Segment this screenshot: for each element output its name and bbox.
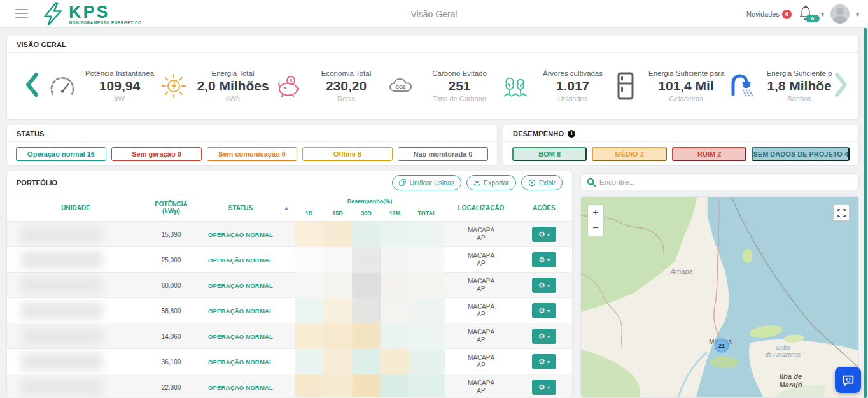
col-12m[interactable]: 12M xyxy=(381,208,409,218)
exibir-button[interactable]: Exibir xyxy=(521,175,563,190)
map-zoom-in-button[interactable]: + xyxy=(587,204,604,220)
row-actions-button[interactable]: ⚙▾ xyxy=(532,380,556,395)
button-label: Exibir xyxy=(539,179,556,187)
search-icon xyxy=(587,178,596,187)
col-total[interactable]: TOTAL xyxy=(409,208,445,218)
kpi-energia-geladeiras: Energia Suficiente para 101,4 Mil Gelade… xyxy=(610,53,724,119)
row-actions-button[interactable]: ⚙▾ xyxy=(532,252,556,267)
filter-sem-dados[interactable]: SEM DADOS DE PROJETO 4 xyxy=(752,147,850,161)
search-input[interactable] xyxy=(599,178,853,186)
col-30d[interactable]: 30D xyxy=(352,208,381,218)
map-card: Amapá Macapá Delta do Amazonas Ilha de M… xyxy=(580,196,859,398)
portfolio-card: PORTFÓLIO Unificar Usinas Exportar xyxy=(6,171,573,397)
kpi-carbono-evitado: CO2 Carbono Evitado 251 Tons de Carbono xyxy=(384,53,497,119)
filter-nao-monitorada[interactable]: Não monitorada 0 xyxy=(398,147,488,161)
notifications-chevron-down-icon[interactable]: ▾ xyxy=(821,11,824,18)
notifications-button[interactable]: 0 xyxy=(798,5,815,23)
status-card: STATUS Operação normal 16 Sem geração 0 … xyxy=(6,125,498,166)
map-canvas[interactable]: Amapá Macapá Delta do Amazonas Ilha de M… xyxy=(581,197,858,397)
filter-medio[interactable]: MÉDIO 2 xyxy=(592,147,666,161)
table-row[interactable]: 36,100 OPERAÇÃO NORMAL MACAPÁAP ⚙▾ xyxy=(7,349,572,374)
perf-cell-30d xyxy=(352,374,381,397)
status-value: OPERAÇÃO NORMAL xyxy=(203,282,278,289)
gear-icon: ⚙ xyxy=(538,306,545,315)
sort-arrow-icon[interactable]: ▲ xyxy=(278,197,295,218)
kpi-energia-banhos: Energia Suficiente p 1,8 Milhõe Banhos xyxy=(724,53,836,119)
shower-icon xyxy=(727,73,757,99)
table-row[interactable]: 58,800 OPERAÇÃO NORMAL MACAPÁAP ⚙▾ xyxy=(7,298,572,323)
table-row[interactable]: 14,060 OPERAÇÃO NORMAL MACAPÁAP ⚙▾ xyxy=(7,323,572,349)
potencia-value: 15,390 xyxy=(139,231,203,238)
col-localizacao[interactable]: LOCALIZAÇÃO xyxy=(445,197,517,218)
chevron-down-icon: ▾ xyxy=(547,334,550,339)
carousel-prev-button[interactable] xyxy=(24,71,43,100)
kpi-value: 251 xyxy=(425,78,494,94)
chat-widget-button[interactable] xyxy=(835,367,861,393)
kpi-unit: Tons de Carbono xyxy=(425,95,494,103)
filter-bom[interactable]: BOM 8 xyxy=(512,147,587,161)
kpi-label: Energia Suficiente para xyxy=(648,69,724,77)
map-fullscreen-button[interactable] xyxy=(833,204,850,221)
kpi-unit: kWh xyxy=(197,95,269,103)
perf-cell-15d xyxy=(323,349,352,374)
perf-cell-12m xyxy=(381,349,409,374)
table-row[interactable]: 22,800 OPERAÇÃO NORMAL MACAPÁAP ⚙▾ xyxy=(7,374,572,397)
novidades-button[interactable]: Novidades 6 xyxy=(746,10,792,19)
carousel-next-button[interactable] xyxy=(833,71,852,100)
table-row[interactable]: 25,000 OPERAÇÃO NORMAL MACAPÁAP ⚙▾ xyxy=(7,247,572,273)
row-actions-button[interactable]: ⚙▾ xyxy=(532,227,556,242)
filter-sem-geracao[interactable]: Sem geração 0 xyxy=(111,147,202,161)
user-avatar[interactable] xyxy=(830,4,850,24)
unify-icon xyxy=(399,179,406,186)
col-status[interactable]: STATUS xyxy=(203,197,278,218)
exportar-button[interactable]: Exportar xyxy=(466,175,516,190)
map-cluster-marker[interactable]: 21 xyxy=(713,336,731,354)
col-unidade[interactable]: UNIDADE xyxy=(12,197,139,218)
notifications-count-badge: 0 xyxy=(806,15,820,22)
table-row[interactable]: 60,000 OPERAÇÃO NORMAL MACAPÁAP ⚙▾ xyxy=(7,273,572,298)
col-potencia[interactable]: POTÊNCIA (kWp) xyxy=(139,197,203,218)
info-icon[interactable]: i xyxy=(568,130,575,138)
row-actions-button[interactable]: ⚙▾ xyxy=(532,303,556,318)
perf-cell-12m xyxy=(381,298,409,323)
chevron-down-icon: ▾ xyxy=(547,232,550,238)
kpi-economia-total: $ Economia Total 230,20 Reais xyxy=(270,53,384,119)
perf-cell-15d xyxy=(323,374,352,397)
potencia-value: 58,800 xyxy=(139,308,203,315)
kpi-value: 230,20 xyxy=(312,78,381,94)
map-zoom-out-button[interactable]: − xyxy=(587,220,604,236)
chevron-down-icon: ▾ xyxy=(547,308,550,314)
search-box[interactable] xyxy=(580,173,859,190)
perf-cell-total xyxy=(409,222,445,247)
eye-icon xyxy=(528,179,536,187)
trees-icon xyxy=(500,73,531,99)
unidade-redacted xyxy=(12,273,139,298)
col-desempenho: Desempenho(%) xyxy=(295,197,445,208)
gear-icon: ⚙ xyxy=(538,383,545,392)
row-actions-button[interactable]: ⚙▾ xyxy=(532,354,556,369)
unidade-redacted xyxy=(12,374,139,397)
filter-operacao-normal[interactable]: Operação normal 16 xyxy=(16,147,106,161)
kpi-value: 1,8 Milhõe xyxy=(765,78,834,94)
filter-ruim[interactable]: RUIM 2 xyxy=(672,147,746,161)
row-actions-button[interactable]: ⚙▾ xyxy=(532,329,556,344)
profile-chevron-down-icon[interactable]: ▾ xyxy=(856,11,859,18)
row-actions-button[interactable]: ⚙▾ xyxy=(532,278,556,293)
chevron-down-icon: ▾ xyxy=(547,385,550,390)
kpi-potencia-instantanea: Potência Instantânea 109,94 kW xyxy=(44,53,157,119)
fullscreen-icon xyxy=(837,209,846,217)
unificar-usinas-button[interactable]: Unificar Usinas xyxy=(392,175,461,190)
performance-card: DESEMPENHO i BOM 8 MÉDIO 2 RUIM 2 SEM DA… xyxy=(503,125,859,166)
gear-icon: ⚙ xyxy=(538,255,545,264)
filter-sem-comunicacao[interactable]: Sem comunicação 0 xyxy=(207,147,297,161)
potencia-value: 36,100 xyxy=(139,359,203,366)
col-15d[interactable]: 15D xyxy=(323,208,352,218)
table-row[interactable]: 15,390 OPERAÇÃO NORMAL MACAPÁAP ⚙▾ xyxy=(7,222,572,247)
col-1d[interactable]: 1D xyxy=(295,208,323,218)
page-scrollbar[interactable] xyxy=(864,28,867,398)
filter-offline[interactable]: Offline 8 xyxy=(302,147,393,161)
kpi-unit: Banhos xyxy=(765,95,834,103)
portfolio-title: PORTFÓLIO xyxy=(17,179,57,187)
unidade-redacted xyxy=(12,247,139,273)
kpi-unit: Unidades xyxy=(538,95,607,103)
